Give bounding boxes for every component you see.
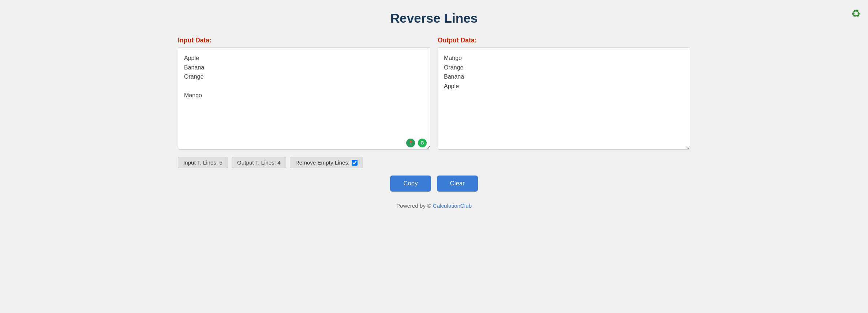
output-lines-badge: Output T. Lines: 4 [232, 157, 286, 168]
buttons-row: Copy Clear [178, 176, 690, 192]
panels-row: Input Data: Apple Banana Orange Mango 📍 … [178, 37, 690, 151]
input-panel-label: Input Data: [178, 37, 430, 44]
copy-button[interactable]: Copy [390, 176, 431, 192]
footer: Powered by © CalculationClub [178, 203, 690, 209]
input-lines-badge: Input T. Lines: 5 [178, 157, 228, 168]
input-panel: Input Data: Apple Banana Orange Mango 📍 … [178, 37, 430, 151]
remove-empty-label: Remove Empty Lines: [295, 159, 350, 166]
recycle-icon: ♻ [851, 7, 861, 20]
input-textarea-wrapper: Apple Banana Orange Mango 📍 G [178, 47, 430, 151]
page-title: Reverse Lines [390, 11, 478, 26]
stats-row: Input T. Lines: 5 Output T. Lines: 4 Rem… [178, 157, 690, 168]
footer-link[interactable]: CalculationClub [433, 203, 472, 209]
main-container: Input Data: Apple Banana Orange Mango 📍 … [178, 37, 690, 209]
output-panel: Output Data: Mango Orange Banana Apple [438, 37, 690, 151]
clear-button[interactable]: Clear [437, 176, 478, 192]
input-textarea[interactable]: Apple Banana Orange Mango [178, 47, 430, 150]
remove-empty-checkbox[interactable] [352, 160, 358, 166]
output-textarea[interactable]: Mango Orange Banana Apple [438, 47, 690, 150]
remove-empty-badge[interactable]: Remove Empty Lines: [290, 157, 363, 168]
footer-text: Powered by © [396, 203, 431, 209]
output-panel-label: Output Data: [438, 37, 690, 44]
